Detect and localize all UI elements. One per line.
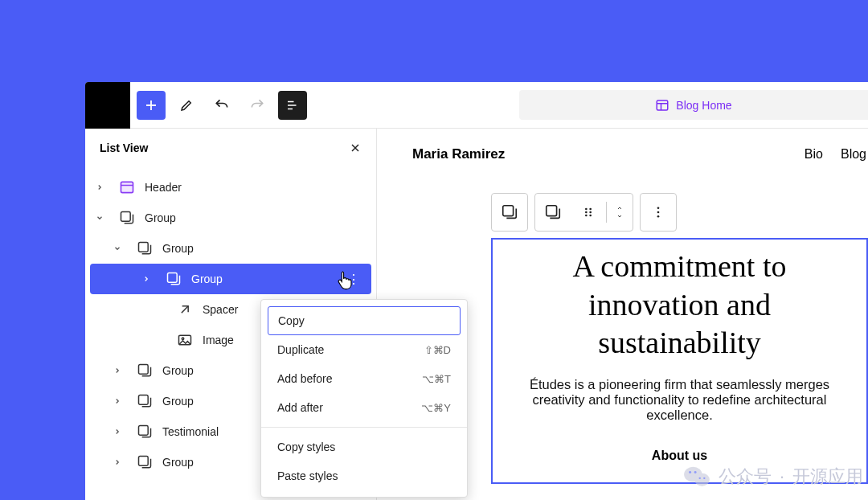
hero-cta[interactable]: About us — [517, 449, 842, 463]
undo-icon — [214, 97, 230, 113]
template-label: Blog Home — [676, 99, 731, 112]
nav-item-blog[interactable]: Blog — [841, 147, 866, 162]
svg-rect-0 — [657, 100, 669, 110]
menu-item-paste-styles[interactable]: Paste styles — [268, 461, 461, 490]
site-logo-button[interactable] — [85, 82, 130, 129]
menu-item-copy-styles[interactable]: Copy styles — [268, 432, 461, 461]
svg-rect-12 — [547, 206, 557, 216]
nav-item-bio[interactable]: Bio — [805, 147, 823, 162]
menu-item-label: Copy — [278, 314, 305, 327]
svg-point-20 — [657, 211, 660, 214]
tree-row-label: Group — [191, 273, 338, 285]
chevron-down-icon[interactable] — [90, 214, 109, 222]
row-options-button[interactable]: ⋮ — [344, 272, 363, 287]
svg-rect-4 — [168, 273, 178, 283]
list-view-toggle[interactable] — [278, 91, 307, 120]
menu-item-label: Add after — [277, 401, 323, 414]
hero-heading[interactable]: A commitment to innovation and sustainab… — [517, 248, 842, 363]
group-icon — [133, 363, 156, 379]
chevron-right-icon[interactable] — [108, 367, 127, 375]
tree-row-group[interactable]: Group — [85, 203, 376, 233]
block-parent-button[interactable] — [492, 193, 527, 232]
options-vertical-icon — [651, 205, 665, 219]
menu-item-shortcut: ⇧⌘D — [424, 344, 451, 356]
close-icon — [349, 141, 362, 154]
template-icon — [655, 98, 669, 113]
svg-point-24 — [689, 471, 691, 473]
group-icon — [544, 203, 562, 221]
menu-item-label: Duplicate — [277, 343, 324, 356]
chevron-right-icon[interactable] — [108, 458, 127, 466]
site-title[interactable]: Maria Ramirez — [412, 146, 505, 162]
menu-item-label: Paste styles — [277, 469, 338, 482]
tree-row-header[interactable]: Header — [85, 172, 376, 203]
menu-item-label: Copy styles — [277, 441, 335, 453]
block-context-menu: CopyDuplicate⇧⌘DAdd before⌥⌘TAdd after⌥⌘… — [260, 299, 468, 498]
block-drag-handle[interactable] — [571, 193, 606, 232]
app-window: Blog Home List View HeaderGroupGroupGrou… — [85, 82, 868, 500]
svg-rect-7 — [139, 365, 149, 375]
group-icon — [133, 393, 156, 409]
svg-point-18 — [589, 215, 592, 217]
menu-item-shortcut: ⌥⌘T — [422, 373, 451, 385]
pencil-icon — [179, 98, 194, 113]
chevron-right-icon[interactable] — [108, 397, 127, 405]
block-type-button[interactable] — [535, 193, 571, 232]
image-icon — [174, 332, 196, 348]
chevron-right-icon[interactable] — [108, 428, 127, 436]
menu-item-duplicate[interactable]: Duplicate⇧⌘D — [268, 335, 461, 364]
svg-rect-3 — [139, 243, 149, 252]
svg-point-21 — [657, 215, 660, 218]
svg-rect-9 — [139, 426, 149, 436]
wechat-icon — [683, 465, 710, 488]
add-block-button[interactable] — [137, 91, 166, 120]
redo-icon — [249, 97, 265, 113]
header-icon — [116, 179, 138, 195]
chevron-right-icon[interactable] — [90, 183, 109, 191]
svg-rect-11 — [503, 206, 514, 216]
close-list-view[interactable] — [349, 141, 362, 154]
svg-point-14 — [589, 208, 592, 211]
svg-point-13 — [585, 208, 588, 211]
template-chip[interactable]: Blog Home — [519, 90, 868, 120]
svg-rect-2 — [121, 212, 131, 222]
hero-body[interactable]: Études is a pioneering firm that seamles… — [517, 377, 842, 423]
tree-row-group[interactable]: Group — [85, 233, 376, 264]
svg-rect-1 — [121, 182, 133, 192]
group-icon — [162, 271, 185, 287]
tree-row-label: Group — [162, 242, 368, 255]
tree-row-group[interactable]: Group⋮ — [90, 264, 371, 294]
menu-item-shortcut: ⌥⌘Y — [421, 402, 451, 414]
menu-item-add-before[interactable]: Add before⌥⌘T — [268, 364, 461, 393]
svg-rect-10 — [139, 457, 149, 466]
tree-row-label: Header — [145, 181, 368, 194]
menu-item-copy[interactable]: Copy — [268, 306, 461, 335]
svg-point-17 — [585, 215, 588, 217]
block-move-controls[interactable] — [607, 193, 633, 232]
group-icon — [133, 424, 156, 440]
plus-icon — [144, 98, 158, 113]
chevron-up-icon — [615, 205, 624, 211]
list-view-icon — [285, 98, 300, 113]
edit-button[interactable] — [172, 91, 201, 120]
undo-button[interactable] — [207, 91, 236, 120]
menu-separator — [261, 427, 467, 428]
chevron-right-icon[interactable] — [137, 275, 156, 283]
group-icon — [501, 203, 518, 221]
menu-item-label: Add before — [277, 372, 333, 385]
watermark: 公众号 · 开源应用 — [683, 465, 863, 489]
watermark-dot: · — [780, 466, 784, 487]
chevron-down-icon[interactable] — [108, 244, 127, 252]
svg-rect-8 — [139, 395, 149, 405]
svg-point-16 — [589, 211, 592, 214]
menu-item-add-after[interactable]: Add after⌥⌘Y — [268, 393, 461, 422]
watermark-text-a: 公众号 — [719, 465, 772, 489]
drag-handle-icon — [582, 206, 595, 219]
hero-block[interactable]: A commitment to innovation and sustainab… — [491, 238, 868, 484]
spacer-icon — [174, 301, 196, 318]
redo-button[interactable] — [243, 91, 272, 120]
svg-point-23 — [694, 473, 710, 486]
block-options-button[interactable] — [641, 193, 676, 232]
list-view-title: List View — [100, 141, 148, 154]
group-icon — [133, 454, 156, 470]
